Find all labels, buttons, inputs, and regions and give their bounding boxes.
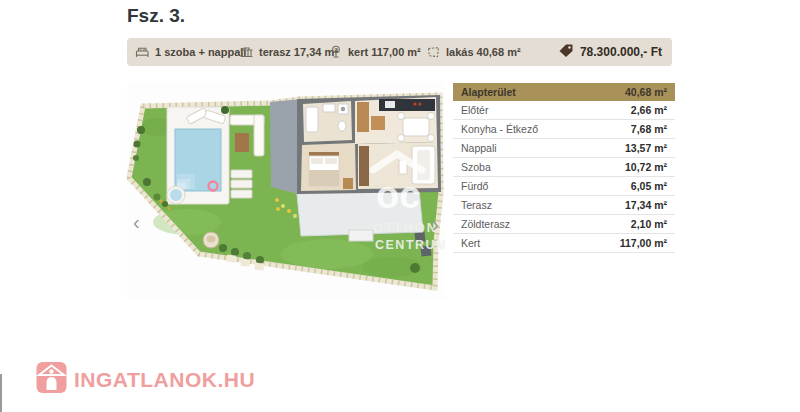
row-label: Nappali [461,142,497,154]
area-table: Alapterület 40,68 m² Előtér 2,66 m² Kony… [453,83,675,253]
row-label: Fürdő [461,180,488,192]
table-row: Zöldterasz 2,10 m² [453,215,675,234]
table-row: Kert 117,00 m² [453,234,675,253]
ingatlanok-house-icon [36,361,67,398]
listing-page: Fsz. 3. 1 szoba + nappali [0,0,800,412]
ingatlanok-logo: INGATLANOK.HU [36,361,255,398]
watermark-initials: oc [376,174,420,216]
table-row: Nappali 13,57 m² [453,139,675,158]
area-icon [426,45,441,59]
property-info-bar: 1 szoba + nappali terasz 17,34 m² kert 1… [127,38,672,66]
row-value: 10,72 m² [625,161,667,173]
page-title: Fsz. 3. [127,5,185,27]
row-label: Terasz [461,199,492,211]
garden-icon [329,45,343,59]
floorplan-image: oc OTTHON CENTRUM ‹ › [127,82,445,300]
terrace-icon [239,45,254,59]
page-edge-line [0,374,2,412]
info-garden: kert 117,00 m² [329,38,421,66]
info-flat-area-label: lakás 40,68 m² [446,46,521,58]
rooms-icon [135,45,150,59]
table-row: Szoba 10,72 m² [453,158,675,177]
row-label: Konyha - Étkező [461,123,538,135]
watermark-line2: CENTRUM [375,238,445,252]
row-label: Zöldterasz [461,218,510,230]
info-garden-label: kert 117,00 m² [348,46,421,58]
info-flat-area: lakás 40,68 m² [426,38,521,66]
row-value: 13,57 m² [625,142,667,154]
row-label: Kert [461,237,480,249]
header-value: 40,68 m² [625,86,667,98]
area-table-header: Alapterület 40,68 m² [453,83,675,101]
row-value: 17,34 m² [625,199,667,211]
price-tag-icon [558,43,574,61]
row-label: Előtér [461,104,488,116]
row-value: 2,66 m² [631,104,667,116]
carousel-next-button[interactable]: › [432,216,439,232]
watermark-line1: OTTHON [373,221,438,235]
info-terrace: terasz 17,34 m² [239,38,338,66]
carousel-prev-button[interactable]: ‹ [133,214,140,230]
floorplan-drawing: oc OTTHON CENTRUM [127,82,445,300]
price: 78.300.000,- Ft [558,38,662,66]
info-rooms-label: 1 szoba + nappali [155,46,246,58]
table-row: Előtér 2,66 m² [453,101,675,120]
ingatlanok-logo-text: INGATLANOK.HU [74,368,255,392]
header-label: Alapterület [461,86,516,98]
row-label: Szoba [461,161,491,173]
table-row: Konyha - Étkező 7,68 m² [453,120,675,139]
table-row: Terasz 17,34 m² [453,196,675,215]
price-value: 78.300.000,- Ft [580,45,662,59]
row-value: 2,10 m² [631,218,667,230]
row-value: 6,05 m² [631,180,667,192]
info-terrace-label: terasz 17,34 m² [259,46,338,58]
info-rooms: 1 szoba + nappali [135,38,246,66]
table-row: Fürdő 6,05 m² [453,177,675,196]
row-value: 117,00 m² [620,237,667,249]
row-value: 7,68 m² [631,123,667,135]
